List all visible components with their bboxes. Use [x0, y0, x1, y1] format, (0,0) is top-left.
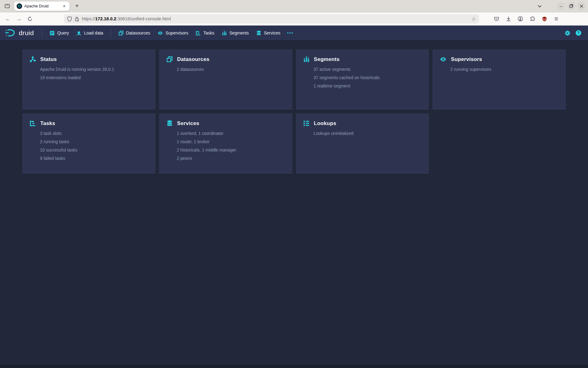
nav-item-segments[interactable]: Segments — [218, 29, 252, 38]
card-line: 2 historicals, 1 middle manager — [177, 146, 285, 154]
card-title: Status — [40, 56, 57, 63]
druid-brand[interactable]: druid — [5, 29, 34, 37]
nav-divider — [111, 29, 111, 37]
segments-icon — [303, 56, 310, 63]
lookups-icon — [303, 120, 310, 127]
card-line: 2 peons — [177, 154, 285, 163]
datasources-icon — [166, 56, 173, 63]
url-path: :30616/unified-console.html — [116, 16, 171, 21]
nav-item-label: Segments — [229, 30, 249, 35]
back-button[interactable]: ← — [3, 14, 12, 23]
browser-toolbar: ← → https://172.18.0.2:30616/unified-con… — [0, 12, 588, 26]
nav-item-label: Services — [264, 30, 280, 35]
card-line: 3 task slots — [40, 129, 148, 138]
druid-navbar: druid Query Load data Datasources Superv… — [0, 26, 588, 40]
druid-favicon — [17, 3, 22, 9]
pocket-save-icon[interactable] — [492, 14, 501, 23]
tasks-icon — [30, 120, 36, 127]
account-icon[interactable] — [516, 14, 525, 23]
home-view: Status Apache Druid is running version 2… — [0, 40, 588, 174]
card-line: 9 failed tasks — [40, 154, 148, 163]
card-line: 1 router, 1 broker — [177, 138, 285, 146]
url-bar[interactable]: https://172.18.0.2:30616/unified-console… — [64, 14, 479, 23]
list-tabs-chevron-icon[interactable] — [537, 4, 542, 9]
gear-icon[interactable] — [563, 28, 572, 38]
nav-item-supervisors[interactable]: Supervisors — [154, 29, 192, 38]
eye-icon — [440, 56, 447, 63]
card-line: 1 overlord, 1 coordinator — [177, 129, 285, 138]
reload-button[interactable] — [25, 14, 34, 23]
url-text: https://172.18.0.2:30616/unified-console… — [82, 16, 469, 21]
downloads-icon[interactable] — [504, 14, 513, 23]
card-line: 2 datasources — [177, 65, 285, 74]
menu-hamburger-icon[interactable]: ≡ — [552, 14, 561, 23]
card-line: 37 active segments — [314, 65, 422, 74]
ublock-origin-icon[interactable] — [540, 14, 549, 23]
browser-tab[interactable]: Apache Druid × — [14, 2, 70, 11]
card-datasources[interactable]: Datasources 2 datasources — [159, 49, 292, 110]
card-line: Lookups uninitialized — [314, 129, 422, 138]
url-host: 172.18.0.2 — [95, 16, 117, 21]
card-lookups[interactable]: Lookups Lookups uninitialized — [296, 113, 429, 174]
segments-icon — [222, 30, 227, 36]
url-scheme: https:// — [82, 16, 95, 21]
status-graph-icon — [30, 56, 36, 63]
nav-item-label: Supervisors — [165, 30, 188, 35]
card-title: Services — [177, 120, 199, 127]
window-restore-button[interactable] — [567, 2, 575, 10]
card-supervisors[interactable]: Supervisors 2 running supervisors — [432, 49, 566, 110]
card-line: 2 running supervisors — [450, 65, 558, 74]
new-tab-button[interactable]: + — [73, 2, 81, 10]
services-icon — [166, 120, 173, 127]
tasks-icon — [196, 30, 201, 36]
toolbar-icon-cluster: ≡ — [492, 14, 561, 23]
browser-tab-strip: Apache Druid × + – — [0, 0, 588, 12]
tracking-shield-icon[interactable] — [67, 16, 72, 22]
upload-icon — [76, 30, 81, 36]
card-line: 37 segments cached on historicals — [314, 74, 422, 82]
nav-divider — [42, 29, 42, 37]
card-title: Lookups — [314, 120, 336, 127]
datasources-icon — [118, 30, 124, 36]
card-line: 10 successful tasks — [40, 146, 148, 154]
nav-item-label: Datasources — [126, 30, 150, 35]
nav-item-label: Tasks — [203, 30, 214, 35]
more-dots-icon[interactable] — [284, 30, 296, 35]
nav-item-load-data[interactable]: Load data — [73, 29, 107, 38]
forward-button[interactable]: → — [14, 14, 23, 23]
query-icon — [50, 30, 55, 36]
window-minimize-button[interactable]: – — [557, 2, 565, 10]
brand-name: druid — [19, 29, 34, 37]
card-title: Segments — [314, 56, 340, 63]
nav-item-query[interactable]: Query — [46, 29, 73, 38]
bookmark-star-icon[interactable]: ☆ — [471, 16, 476, 22]
connection-lock-icon[interactable] — [74, 16, 79, 22]
window-close-button[interactable] — [577, 2, 586, 10]
card-title: Datasources — [177, 56, 209, 63]
nav-item-services[interactable]: Services — [252, 29, 284, 38]
card-status[interactable]: Status Apache Druid is running version 2… — [22, 49, 156, 110]
svg-text:?: ? — [577, 31, 580, 35]
extensions-puzzle-icon[interactable] — [528, 14, 537, 23]
nav-item-tasks[interactable]: Tasks — [192, 29, 218, 38]
card-services[interactable]: Services 1 overlord, 1 coordinator 1 rou… — [159, 113, 292, 174]
card-segments[interactable]: Segments 37 active segments 37 segments … — [296, 49, 429, 110]
card-tasks[interactable]: Tasks 3 task slots 2 running tasks 10 su… — [22, 113, 156, 174]
card-title: Supervisors — [451, 56, 482, 63]
eye-icon — [157, 30, 163, 36]
bottom-strip — [0, 365, 588, 368]
card-line: Apache Druid is running version 28.0.1 — [40, 65, 148, 74]
nav-item-label: Load data — [84, 30, 103, 35]
status-card-grid: Status Apache Druid is running version 2… — [22, 49, 566, 174]
druid-logo-icon — [5, 29, 16, 37]
nav-item-datasources[interactable]: Datasources — [115, 29, 154, 38]
card-line: 18 extensions loaded — [40, 74, 148, 82]
firefox-view-icon[interactable] — [2, 2, 12, 11]
tab-title: Apache Druid — [24, 4, 59, 8]
tab-close-icon[interactable]: × — [62, 3, 67, 9]
card-line: 1 realtime segment — [314, 82, 422, 90]
help-icon[interactable]: ? — [574, 28, 583, 38]
card-title: Tasks — [40, 120, 55, 127]
services-icon — [256, 30, 261, 36]
card-line: 2 running tasks — [40, 138, 148, 146]
